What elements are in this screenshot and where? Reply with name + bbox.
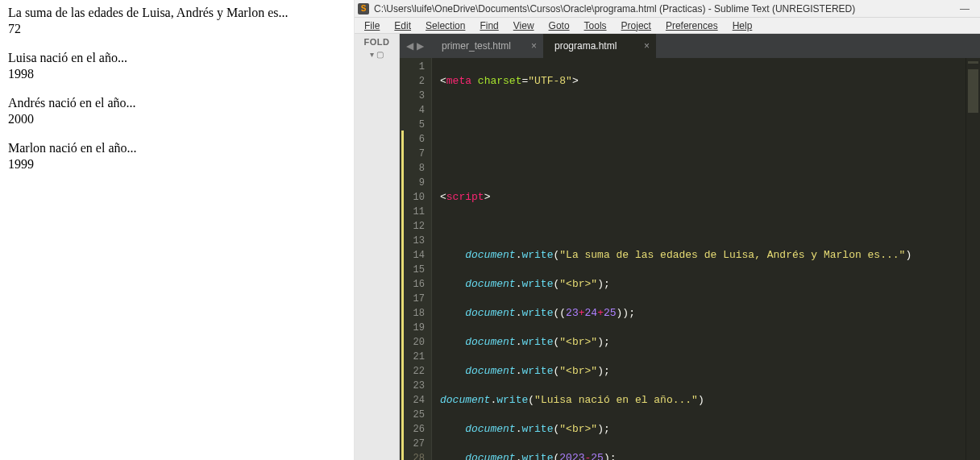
menu-preferences[interactable]: Preferences <box>659 19 725 33</box>
tab-label: programa.html <box>554 40 617 52</box>
folder-icon[interactable]: ▢ <box>376 50 384 59</box>
chevron-down-icon[interactable]: ▾ <box>370 50 374 59</box>
menu-find[interactable]: Find <box>473 19 505 33</box>
sidebar[interactable]: FOLD ▾ ▢ <box>355 34 400 460</box>
menu-tools[interactable]: Tools <box>578 19 613 33</box>
menu-project[interactable]: Project <box>615 19 658 33</box>
tab-programa[interactable]: programa.html × <box>543 34 656 58</box>
code-text[interactable]: <meta charset="UTF-8"> <script> document… <box>432 58 965 460</box>
window-title: C:\Users\luife\OneDrive\Documents\Cursos… <box>374 3 855 15</box>
output-text: Andrés nació en el año... <box>8 95 346 111</box>
tab-nav-prev-icon[interactable]: ◀ <box>406 40 413 52</box>
code-area[interactable]: 1 2 3 4 5 6 7 8 9 10 11 12 13 14 <box>400 58 980 460</box>
app-icon: S <box>358 3 369 15</box>
tab-primer-test[interactable]: primer_test.html × <box>430 34 543 58</box>
title-bar[interactable]: S C:\Users\luife\OneDrive\Documents\Curs… <box>355 0 980 18</box>
menu-goto[interactable]: Goto <box>542 19 576 33</box>
output-value: 2000 <box>8 111 346 127</box>
browser-output-pane: La suma de las edades de Luisa, Andrés y… <box>0 0 355 460</box>
output-value: 1999 <box>8 156 346 172</box>
minimap[interactable] <box>965 58 980 460</box>
sidebar-folders-label: FOLD <box>364 37 390 47</box>
sublime-editor: S C:\Users\luife\OneDrive\Documents\Curs… <box>355 0 980 460</box>
output-text: Marlon nació en el año... <box>8 140 346 156</box>
output-text: Luisa nació en el año... <box>8 50 346 66</box>
close-icon[interactable]: × <box>644 41 650 51</box>
minimize-button[interactable]: — <box>953 3 977 15</box>
output-text: La suma de las edades de Luisa, Andrés y… <box>8 5 346 21</box>
menu-selection[interactable]: Selection <box>419 19 471 33</box>
menu-file[interactable]: File <box>358 19 386 33</box>
output-value: 1998 <box>8 66 346 82</box>
menu-help[interactable]: Help <box>726 19 759 33</box>
tab-nav-next-icon[interactable]: ▶ <box>417 40 424 52</box>
menu-bar: File Edit Selection Find View Goto Tools… <box>355 18 980 34</box>
line-gutter: 1 2 3 4 5 6 7 8 9 10 11 12 13 14 <box>400 58 432 460</box>
output-value: 72 <box>8 21 346 37</box>
tab-label: primer_test.html <box>442 40 511 52</box>
menu-edit[interactable]: Edit <box>388 19 417 33</box>
close-icon[interactable]: × <box>531 41 537 51</box>
menu-view[interactable]: View <box>507 19 541 33</box>
tab-strip: ◀ ▶ primer_test.html × programa.html × <box>400 34 980 58</box>
